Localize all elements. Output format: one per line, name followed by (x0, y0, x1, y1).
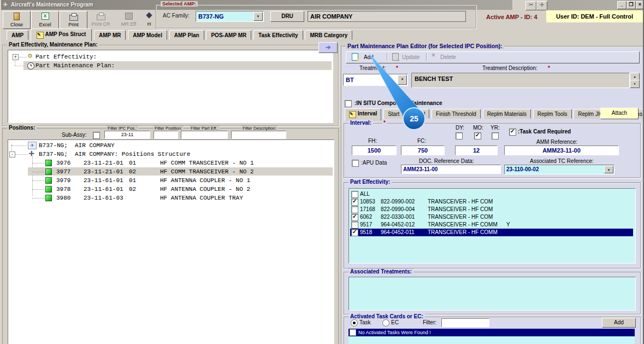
part-row[interactable]: 17168 822-0990-004 TRANSCEIVER - HF COM (350, 206, 633, 213)
treatment-desc-field[interactable]: BENCH TEST (411, 73, 630, 88)
task-radio[interactable] (351, 319, 358, 326)
associated-treatments-list[interactable] (348, 277, 636, 311)
close-window-button[interactable]: × (636, 1, 644, 9)
apu-data-checkbox[interactable] (352, 160, 359, 167)
part-checkbox[interactable] (351, 206, 358, 213)
swap-panel-button[interactable]: ➔ (318, 42, 338, 53)
tab-replm-tools[interactable]: Replm Tools (533, 109, 572, 119)
update-button[interactable]: Update (391, 53, 429, 61)
plan-tree[interactable]: + ⚙ Part Effectivity: Part Maintenance P… (8, 50, 333, 123)
chevron-down-icon[interactable]: ▼ (398, 75, 407, 85)
position-desc: HF COMM TRANSCEIVER - NO 2 (160, 168, 254, 175)
add-button[interactable]: Add (351, 53, 383, 61)
task-add-button[interactable]: Add (602, 318, 636, 328)
print-button[interactable]: Print (60, 11, 87, 29)
tab-amp[interactable]: AMP (7, 30, 28, 40)
move-tool-button[interactable]: ✛ (536, 1, 547, 10)
tab-task-effectivity[interactable]: Task Effectivity (253, 30, 303, 40)
filter-ipc-input[interactable]: 23-11 (104, 131, 150, 139)
tab-amp-mr[interactable]: AMP MR (94, 30, 126, 40)
position-row[interactable]: 3977 23-11-21-01 02 HF COMM TRANSCEIVER … (28, 167, 333, 176)
mr-eff-button[interactable]: MR Eff (115, 11, 142, 28)
tab-amp-pos-struct[interactable]: ✎ AMP Pos Struct (31, 28, 92, 42)
empty-tasks-row[interactable]: No Activated Tasks Were Found ! (348, 329, 635, 336)
part-row[interactable]: 9517 964-0452-012 TRANSCEIVER - HF COMM … (350, 221, 633, 229)
dru-button[interactable]: DRU (270, 11, 304, 22)
part-checkbox[interactable] (351, 221, 358, 229)
filter-position-input[interactable] (153, 131, 178, 139)
tree-root-row[interactable]: ✈ B737-NG; AIR COMPANY (8, 141, 333, 149)
amm-reference-input[interactable]: AMM23-11-00 (504, 145, 619, 155)
tree-node-part-maintenance-plan[interactable]: Part Maintenance Plan: (23, 61, 332, 70)
filter-part-eff-input[interactable] (181, 131, 228, 139)
delete-button[interactable]: * Delete (430, 53, 469, 61)
tasks-list-area[interactable] (348, 336, 635, 344)
print-cr-button[interactable]: Print CR (87, 11, 114, 28)
part-row[interactable]: 6062 822-0330-001 TRANSCEIVER - HF COM (350, 213, 633, 221)
part-effectivity-group: Part Effectivity: ALL 10853 822-0990-002… (344, 182, 641, 269)
dy-checkbox[interactable] (456, 132, 463, 139)
tab-pos-amp-mr[interactable]: POS-AMP MR (206, 30, 251, 40)
ec-radio-label: EC (391, 319, 399, 325)
ac-family-dropdown[interactable]: B737-NG ▼ (196, 11, 264, 22)
toolbar-separator (387, 53, 388, 61)
fh-input[interactable]: 1500 (352, 145, 397, 155)
task-card-required-checkbox[interactable] (509, 129, 516, 136)
part-checkbox[interactable] (351, 229, 358, 236)
tab-amp-model[interactable]: AMP Model (128, 30, 167, 40)
tree-node-part-effectivity[interactable]: + ⚙ Part Effectivity: (8, 53, 332, 61)
part-row[interactable]: 9518 964-0452-011 TRANSCEIVER - HF COMM (350, 229, 633, 236)
help-button-partial[interactable]: H (142, 11, 156, 28)
position-row[interactable]: 3980 23-11-61-03 HF ANTENNA COUPLER TRAY (28, 194, 333, 202)
add-button-label: Add (364, 54, 374, 60)
position-row[interactable]: 3976 23-11-21-01 01 HF COMM TRANSCEIVER … (28, 159, 333, 167)
part-checkbox[interactable] (351, 199, 358, 206)
sub-assy-checkbox[interactable] (93, 132, 100, 139)
part-checkbox[interactable] (351, 214, 358, 221)
restore-button[interactable]: ❐ (627, 1, 636, 9)
tab-interval[interactable]: ✎ Interval (345, 108, 381, 121)
position-row[interactable]: 3978 23-11-61-01 02 HF ANTENNA COUPLER -… (28, 185, 333, 193)
app-icon: ✈ (3, 1, 8, 8)
position-row[interactable]: 3979 23-11-61-01 01 HF ANTENNA COUPLER -… (28, 176, 333, 184)
tree-connector (18, 57, 27, 57)
associated-tc-dropdown[interactable]: 23-110-00-02 ▼ (504, 165, 615, 174)
tab-mrb-category[interactable]: MRB Category (305, 30, 352, 40)
company-field[interactable]: AIR COMPANY (308, 11, 466, 22)
insitu-checkbox[interactable] (345, 100, 352, 107)
fc-input[interactable]: 750 (401, 145, 445, 155)
all-checkbox[interactable] (351, 191, 358, 198)
doc-reference-input[interactable]: AMM23-11-00 (401, 165, 501, 174)
tree-branch-row[interactable]: - ✛ B737-NG; AIR COMPANY: Positions Stru… (8, 150, 333, 158)
part-desc: TRANSCEIVER - HF COM (428, 199, 493, 205)
position-cube-icon (45, 195, 52, 201)
treatment-dropdown[interactable]: BT ▼ (343, 74, 408, 86)
treatment-desc-label: Treatment Description: (482, 65, 537, 71)
minimize-button[interactable]: _ (617, 1, 627, 9)
chevron-down-icon[interactable]: ▼ (604, 166, 613, 173)
associated-tc-label: Associated TC Reference: (530, 158, 594, 164)
cut-tool-button[interactable]: ✂ (525, 1, 536, 10)
list-item-all[interactable]: ALL (350, 190, 633, 198)
filter-description-input[interactable] (231, 131, 286, 139)
tab-replm-materials[interactable]: Replm Materials (483, 109, 531, 119)
chevron-down-icon[interactable]: ▼ (253, 12, 263, 21)
close-button[interactable]: Close (3, 11, 31, 29)
mo-interval-input[interactable]: 12 (455, 145, 498, 155)
excel-button[interactable]: X Excel (31, 11, 59, 29)
part-row[interactable]: 10853 822-0990-002 TRANSCEIVER - HF COM (350, 198, 633, 206)
spinner-down-button[interactable]: ▼ (630, 80, 640, 88)
yr-checkbox[interactable] (492, 132, 499, 139)
ec-radio[interactable] (382, 319, 389, 326)
position-desc: HF ANTENNA COUPLER - NO 2 (160, 186, 250, 193)
mo-checkbox[interactable] (474, 132, 481, 139)
part-effectivity-list[interactable]: ALL 10853 822-0990-002 TRANSCEIVER - HF … (348, 188, 636, 264)
tab-finish-threshold[interactable]: Finish Threshold (432, 109, 481, 119)
tab-start-threshold[interactable]: Start Threshold (383, 109, 429, 119)
positions-tree[interactable]: ✈ B737-NG; AIR COMPANY - ✛ B737-NG; AIR … (8, 139, 334, 344)
task-add-button-label: Add (614, 319, 624, 325)
treatment-label: Treatment: (359, 65, 386, 71)
tab-amp-plan[interactable]: AMP Plan (169, 30, 204, 40)
task-filter-input[interactable] (441, 318, 489, 327)
attach-button[interactable]: Attach (600, 108, 639, 119)
